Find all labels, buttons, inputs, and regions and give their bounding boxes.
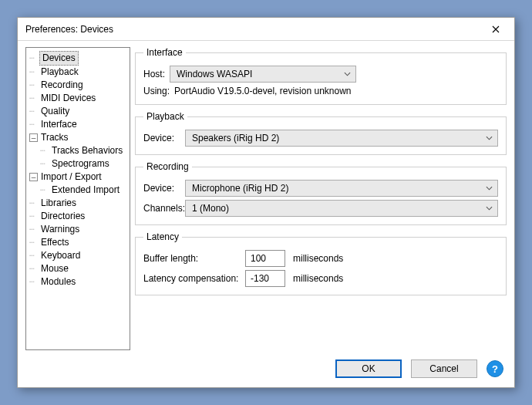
close-button[interactable] <box>483 21 508 38</box>
tree-dots-icon <box>29 66 38 79</box>
ok-button[interactable]: OK <box>335 359 402 378</box>
category-tree[interactable]: Devices Playback Recording MIDI Devices … <box>25 47 130 350</box>
tree-item-effects[interactable]: Effects <box>29 236 130 249</box>
tree-dots-icon <box>40 157 49 170</box>
tree-item-modules[interactable]: Modules <box>29 275 130 289</box>
latency-comp-unit: milliseconds <box>293 273 343 284</box>
host-select[interactable]: Windows WASAPI <box>170 66 356 83</box>
tree-item-midi-devices[interactable]: MIDI Devices <box>29 92 130 105</box>
chevron-down-icon <box>486 136 493 140</box>
preferences-dialog: Preferences: Devices Devices Playback Re… <box>17 17 515 388</box>
tree-item-playback[interactable]: Playback <box>29 66 130 79</box>
help-icon: ? <box>492 363 498 375</box>
titlebar: Preferences: Devices <box>18 18 514 41</box>
group-playback: Playback Device: Speakers (iRig HD 2) <box>135 111 507 155</box>
channels-label: Channels: <box>143 203 180 214</box>
tree-dots-icon <box>29 79 38 92</box>
tree-dots-icon <box>29 210 38 223</box>
buffer-length-label: Buffer length: <box>143 253 241 264</box>
buffer-length-field[interactable]: 100 <box>245 250 285 267</box>
tree-item-warnings[interactable]: Warnings <box>29 223 130 236</box>
close-icon <box>492 25 500 33</box>
tree-dots-icon <box>29 92 38 105</box>
host-select-value: Windows WASAPI <box>177 69 252 79</box>
tree-item-mouse[interactable]: Mouse <box>29 262 130 275</box>
tree-item-keyboard[interactable]: Keyboard <box>29 249 130 262</box>
dialog-footer: OK Cancel ? <box>18 355 514 387</box>
group-playback-legend: Playback <box>143 111 187 122</box>
tree-item-quality[interactable]: Quality <box>29 105 130 118</box>
group-interface: Interface Host: Windows WASAPI Using: Po… <box>135 47 507 105</box>
tree-dots-icon <box>29 275 38 289</box>
tree-dots-icon <box>29 223 38 236</box>
tree-item-interface[interactable]: Interface <box>29 118 130 131</box>
tree-dots-icon <box>29 197 38 210</box>
latency-comp-label: Latency compensation: <box>143 273 241 284</box>
tree-item-directories[interactable]: Directories <box>29 210 130 223</box>
tree-dots-icon <box>29 118 38 131</box>
window-title: Preferences: Devices <box>25 24 483 35</box>
group-latency-legend: Latency <box>143 231 182 242</box>
group-latency: Latency Buffer length: 100 milliseconds … <box>135 231 507 295</box>
playback-device-value: Speakers (iRig HD 2) <box>192 133 279 143</box>
tree-item-extended-import[interactable]: Extended Import <box>40 184 130 197</box>
latency-comp-field[interactable]: -130 <box>245 270 285 287</box>
chevron-down-icon <box>344 72 351 76</box>
chevron-down-icon <box>486 186 493 191</box>
using-label: Using: <box>143 86 170 96</box>
playback-device-label: Device: <box>143 133 180 143</box>
recording-device-value: Microphone (iRig HD 2) <box>192 183 288 194</box>
group-recording: Recording Device: Microphone (iRig HD 2)… <box>135 161 507 225</box>
playback-device-select[interactable]: Speakers (iRig HD 2) <box>185 130 498 147</box>
host-label: Host: <box>143 69 165 79</box>
tree-item-recording[interactable]: Recording <box>29 79 130 92</box>
channels-value: 1 (Mono) <box>192 203 229 214</box>
group-recording-legend: Recording <box>143 161 192 172</box>
buffer-length-unit: milliseconds <box>293 253 343 264</box>
tree-dots-icon <box>29 236 38 249</box>
cancel-button[interactable]: Cancel <box>411 359 477 378</box>
channels-select[interactable]: 1 (Mono) <box>185 200 498 217</box>
tree-item-import-export[interactable]: –Import / Export <box>29 170 130 184</box>
tree-item-spectrograms[interactable]: Spectrograms <box>40 157 130 170</box>
settings-panel: Interface Host: Windows WASAPI Using: Po… <box>135 47 507 350</box>
tree-dots-icon <box>40 184 49 197</box>
recording-device-label: Device: <box>143 183 180 194</box>
tree-dots-icon <box>40 144 49 157</box>
tree-item-libraries[interactable]: Libraries <box>29 197 130 210</box>
tree-dots-icon <box>29 52 38 65</box>
tree-dots-icon <box>29 105 38 118</box>
tree-item-tracks-behaviors[interactable]: Tracks Behaviors <box>40 144 130 157</box>
chevron-down-icon <box>486 206 493 211</box>
tree-dots-icon <box>29 262 38 275</box>
using-value: PortAudio V19.5.0-devel, revision unknow… <box>174 86 351 96</box>
tree-item-tracks[interactable]: –Tracks <box>29 131 130 144</box>
recording-device-select[interactable]: Microphone (iRig HD 2) <box>185 180 498 197</box>
tree-collapse-icon[interactable]: – <box>29 133 38 142</box>
group-interface-legend: Interface <box>143 47 186 58</box>
tree-collapse-icon[interactable]: – <box>29 173 38 181</box>
tree-item-devices[interactable]: Devices <box>29 51 130 66</box>
help-button[interactable]: ? <box>487 360 503 377</box>
tree-dots-icon <box>29 249 38 262</box>
